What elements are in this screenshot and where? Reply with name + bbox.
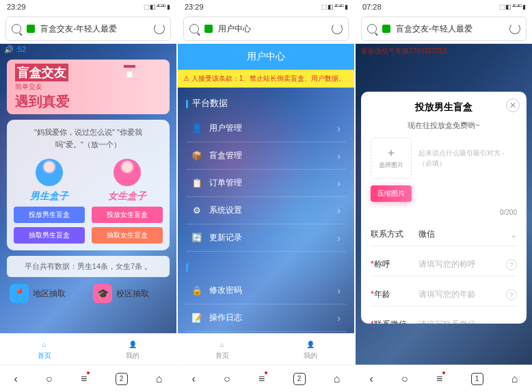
page-title: 盲盒交友-年轻人最爱	[396, 23, 504, 35]
tab-home-label: 首页	[38, 351, 51, 361]
shield-icon	[382, 25, 390, 33]
browser-search-icon[interactable]: ○	[224, 373, 230, 385]
lock-icon: 🔒	[191, 285, 202, 296]
box-icon: 📦	[191, 151, 202, 161]
chevron-right-icon: ›	[337, 313, 341, 324]
browser-search-icon[interactable]: ○	[401, 373, 408, 385]
phone-1: 23:29 ⬚ ◧ ⁴ᴳ ⁴ᴳ ▮ 盲盒交友-年轻人最爱 🔊 :52 盲盒交友 …	[0, 0, 176, 392]
tab-home[interactable]: ⌂ 首页	[0, 334, 88, 365]
browser-home-icon[interactable]: ⌂	[511, 373, 518, 385]
update-icon: 🔄	[191, 233, 202, 244]
warning-banner: ⚠ 人接受该条款：1、禁止站长倒卖盲盒、用户数据。	[178, 70, 354, 88]
tab-home-label: 首页	[215, 351, 229, 361]
url-bar[interactable]: 盲盒交友-年轻人最爱	[5, 16, 171, 41]
school-draw-card[interactable]: 🎓 校区抽取	[90, 281, 170, 306]
tabs-count[interactable]: 2	[116, 373, 128, 385]
menu-order-manage[interactable]: 📋订单管理›	[186, 170, 346, 197]
menu-system-settings[interactable]: ⚙系统设置›	[186, 197, 346, 224]
draw-male-button[interactable]: 抽取男生盲盒	[14, 227, 85, 244]
search-icon[interactable]	[189, 24, 199, 34]
menu-change-password[interactable]: 🔒修改密码›	[186, 277, 346, 304]
promo-banner[interactable]: 盲盒交友 抽个对象 简单交友 遇到真爱	[7, 60, 170, 114]
menu-icon[interactable]: ≡	[258, 373, 265, 385]
browser-home-icon[interactable]: ⌂	[156, 373, 163, 385]
tab-home[interactable]: ⌂ 首页	[178, 334, 266, 365]
main-content: 🔊 :52 盲盒交友 抽个对象 简单交友 遇到真爱 "妈我爱你，说过怎么说" "…	[0, 44, 176, 333]
chevron-right-icon: ›	[337, 285, 341, 296]
back-button[interactable]: ‹	[192, 373, 196, 385]
menu-box-manage[interactable]: 📦盲盒管理›	[186, 142, 346, 170]
list-icon: 📋	[191, 178, 202, 189]
help-icon[interactable]: ?	[506, 259, 517, 270]
chevron-right-icon: ›	[337, 178, 341, 189]
tabs-count[interactable]: 1	[471, 373, 483, 385]
compress-image-button[interactable]: 压缩图片	[371, 185, 412, 202]
search-icon[interactable]	[367, 24, 377, 34]
status-bar: 07:28 ⬚ ◧ ⁴ᴳ ⁴ᴳ ▮	[356, 0, 532, 14]
region-draw-card[interactable]: 📍 地区抽取	[7, 281, 86, 306]
school-label: 校区抽取	[116, 288, 149, 300]
menu-icon[interactable]: ≡	[436, 373, 442, 385]
page-header: 用户中心	[178, 44, 354, 70]
draw-female-button[interactable]: 抽取女生盲盒	[92, 227, 163, 244]
close-button[interactable]: ✕	[506, 99, 520, 112]
upload-image-button[interactable]: + 选择图片	[371, 138, 412, 179]
search-icon[interactable]	[12, 24, 21, 34]
home-icon: ⌂	[216, 338, 228, 350]
row-wechat[interactable]: *联系微信 请填写联系微信	[371, 313, 517, 324]
phone-2: 23:29 ⬚ ◧ ⁴ᴳ ⁴ᴳ ▮ 用户中心 用户中心 ⚠ 人接受该条款：1、禁…	[178, 0, 354, 392]
browser-nav: ‹ ○ ≡ 2 ⌂	[178, 365, 354, 392]
url-bar[interactable]: 盲盒交友-年轻人最爱	[361, 16, 527, 41]
browser-home-icon[interactable]: ⌂	[334, 373, 341, 385]
url-bar[interactable]: 用户中心	[183, 16, 349, 41]
person-icon: 👤	[127, 338, 139, 350]
banner-subtitle: 简单交友	[15, 82, 161, 92]
clock: 23:29	[7, 3, 26, 11]
refresh-icon[interactable]	[509, 23, 520, 34]
menu-icon[interactable]: ≡	[81, 373, 87, 385]
description-placeholder[interactable]: 起来说点什么吸引吸引对方 -（必填）	[418, 148, 517, 168]
tab-mine[interactable]: 👤 我的	[266, 334, 354, 365]
browser-search-icon[interactable]: ○	[46, 373, 53, 385]
row-age[interactable]: *年龄 请填写您的年龄 ?	[371, 283, 517, 306]
region-label: 地区抽取	[33, 288, 66, 300]
submit-modal: ✕ 投放男生盲盒 现在往投放盒免费哟~ + 选择图片 起来说点什么吸引吸引对方 …	[361, 92, 527, 324]
platform-stats: 平台共有数据：男生14条，女生7条 。	[7, 256, 170, 277]
refresh-icon[interactable]	[154, 23, 165, 34]
audio-indicator[interactable]: 🔊 :52	[0, 44, 176, 55]
phone-3: 07:28 ⬚ ◧ ⁴ᴳ ⁴ᴳ ▮ 盲盒交友-年轻人最爱 客服微信号客服2793…	[356, 0, 532, 392]
menu-operation-log[interactable]: 📝操作日志›	[186, 304, 346, 332]
page-title: 盲盒交友-年轻人最爱	[40, 23, 148, 35]
female-avatar-icon	[114, 159, 141, 186]
help-icon[interactable]: ?	[506, 289, 517, 300]
section-platform-data: 平台数据	[186, 94, 346, 112]
log-icon: 📝	[191, 313, 202, 324]
nickname-input[interactable]: 请填写您的称呼	[418, 259, 496, 270]
bottom-tabs: ⌂ 首页 👤 我的	[178, 333, 354, 365]
row-contact-method[interactable]: 联系方式 微信 ⌄	[371, 223, 517, 246]
tabs-count[interactable]: 2	[293, 373, 306, 385]
upload-label: 选择图片	[379, 161, 403, 170]
wechat-input[interactable]: 请填写联系微信	[418, 319, 517, 324]
modal-subtitle: 现在往投放盒免费哟~	[371, 120, 517, 131]
age-input[interactable]: 请填写您的年龄	[418, 289, 496, 300]
female-box: 女生盒子 投放女生盲盒 抽取女生盲盒	[92, 159, 163, 244]
box-row: 男生盒子 投放男生盲盒 抽取男生盲盒 女生盒子 投放女生盲盒 抽取女生盲盒	[14, 159, 163, 244]
submit-male-button[interactable]: 投放男生盲盒	[14, 207, 85, 223]
menu-update-log[interactable]: 🔄更新记录›	[186, 224, 346, 252]
status-bar: 23:29 ⬚ ◧ ⁴ᴳ ⁴ᴳ ▮	[178, 0, 354, 14]
chevron-right-icon: ›	[337, 205, 341, 216]
submit-female-button[interactable]: 投放女生盲盒	[92, 207, 163, 223]
home-icon: ⌂	[38, 338, 51, 350]
nav-row: 📍 地区抽取 🎓 校区抽取	[7, 281, 170, 306]
menu-user-manage[interactable]: 👤用户管理›	[186, 115, 346, 142]
back-button[interactable]: ‹	[370, 373, 373, 385]
tab-mine-label: 我的	[304, 351, 317, 361]
tab-mine[interactable]: 👤 我的	[88, 334, 176, 365]
male-box-label: 男生盒子	[30, 190, 68, 202]
status-bar: 23:29 ⬚ ◧ ⁴ᴳ ⁴ᴳ ▮	[0, 0, 176, 14]
row-nickname[interactable]: *称呼 请填写您的称呼 ?	[371, 253, 517, 276]
refresh-icon[interactable]	[332, 23, 343, 34]
back-button[interactable]: ‹	[14, 373, 18, 385]
bottom-tabs: ⌂ 首页 👤 我的	[0, 333, 176, 365]
